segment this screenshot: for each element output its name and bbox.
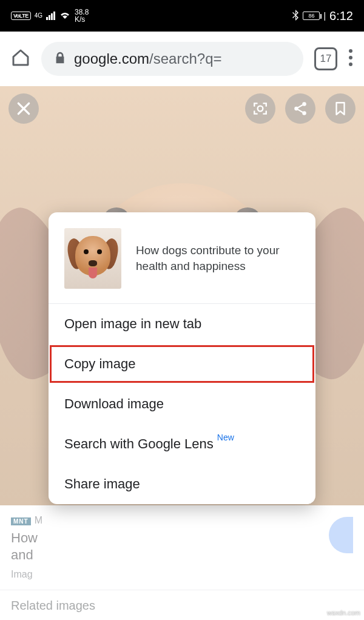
menu-copy-image[interactable]: Copy image (49, 344, 315, 384)
lock-icon (53, 51, 67, 67)
address-bar[interactable]: google.com/search?q= (41, 42, 303, 76)
browser-toolbar: google.com/search?q= 17 (0, 32, 364, 86)
network-gen: 4G (35, 13, 42, 19)
menu-share-image[interactable]: Share image (49, 464, 315, 504)
network-speed: 38.8K/s (75, 8, 89, 23)
signal-icon (46, 12, 55, 20)
bluetooth-icon (292, 10, 299, 22)
battery-icon: 86 (303, 12, 320, 20)
status-left: VoLTE 4G 38.8K/s (11, 8, 89, 23)
menu-open-new-tab[interactable]: Open image in new tab (49, 304, 315, 344)
wifi-icon (59, 9, 71, 23)
tabs-button[interactable]: 17 (314, 47, 337, 70)
volte-icon: VoLTE (11, 12, 31, 20)
context-menu-header: How dogs contribute to your health and h… (49, 212, 315, 303)
overflow-menu-icon[interactable] (348, 49, 353, 69)
menu-download-image[interactable]: Download image (49, 384, 315, 424)
watermark: wsxdn.com (327, 609, 360, 616)
clock: 6:12 (329, 9, 353, 23)
battery-sep: | (323, 11, 326, 21)
context-menu: How dogs contribute to your health and h… (49, 212, 315, 504)
status-bar: VoLTE 4G 38.8K/s 86 | 6:12 (0, 0, 364, 32)
menu-search-lens[interactable]: Search with Google LensNew (49, 424, 315, 464)
new-badge: New (217, 433, 234, 442)
context-thumbnail (64, 228, 121, 289)
svg-point-0 (349, 49, 352, 53)
battery-percent: 86 (308, 13, 314, 19)
status-right: 86 | 6:12 (292, 9, 353, 23)
context-menu-title: How dogs contribute to your health and h… (136, 243, 300, 274)
svg-point-1 (349, 56, 352, 59)
svg-point-2 (349, 62, 352, 66)
home-icon[interactable] (11, 48, 30, 70)
url-text: google.com/search?q= (74, 50, 222, 67)
